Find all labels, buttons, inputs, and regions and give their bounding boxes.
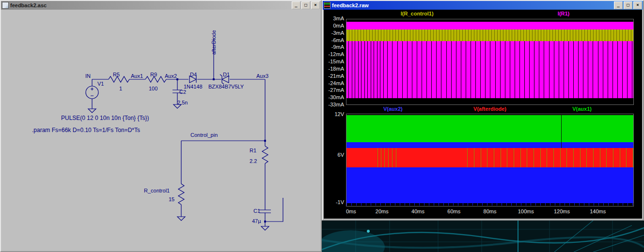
trace-dropout-line bbox=[367, 41, 368, 98]
resistor-R1[interactable] bbox=[262, 146, 268, 163]
trace-dropout-line bbox=[380, 41, 380, 98]
net-label-aux3[interactable]: Aux3 bbox=[256, 73, 268, 79]
trace-dropout-line bbox=[549, 41, 550, 98]
trace-dropout-line bbox=[412, 41, 412, 98]
component-value-c2[interactable]: 2.5n bbox=[177, 100, 188, 105]
afterdiode-dip-line bbox=[547, 148, 547, 167]
net-label-in[interactable]: IN bbox=[85, 73, 91, 79]
ground-symbols[interactable] bbox=[88, 104, 269, 230]
y-axis-tick-label: -9mA bbox=[324, 44, 344, 50]
trace-dropout-line bbox=[436, 41, 437, 98]
trace-dropout-line bbox=[539, 41, 539, 98]
schematic-titlebar[interactable]: feedback2.asc _ □ × bbox=[1, 1, 321, 10]
afterdiode-dip-line bbox=[566, 148, 567, 167]
component-label-d4[interactable]: D4 bbox=[190, 72, 197, 77]
trace-dropout-line bbox=[407, 41, 408, 98]
x-axis-tick-label: 20ms bbox=[376, 208, 389, 214]
waveform-window: feedback2.raw _ □ × I(R_control1)I(R1) V… bbox=[322, 0, 644, 221]
trace-dropout-line bbox=[573, 41, 574, 98]
trace-dropout-line bbox=[451, 41, 452, 98]
trace-label[interactable]: V(aux2) bbox=[383, 106, 403, 112]
x-axis-tick-label: 0ms bbox=[346, 208, 356, 214]
trace-dropout-line bbox=[392, 41, 393, 98]
minimize-button[interactable]: _ bbox=[292, 1, 300, 9]
trace-dropout-line bbox=[374, 41, 374, 98]
trace-dropout-line bbox=[529, 41, 530, 98]
component-value-r5[interactable]: 1 bbox=[119, 86, 122, 91]
component-label-r5[interactable]: R5 bbox=[113, 72, 120, 77]
y-axis-tick-label: 12V bbox=[324, 111, 344, 117]
x-axis-tick-label: 60ms bbox=[447, 208, 460, 214]
afterdiode-dip-line bbox=[534, 148, 534, 167]
component-label-v1[interactable]: V1 bbox=[97, 81, 104, 87]
component-value-d4[interactable]: 1N4148 bbox=[184, 84, 203, 89]
component-label-r1[interactable]: R1 bbox=[250, 148, 256, 153]
trace-dropout-line bbox=[598, 41, 598, 98]
trace-dropout-line bbox=[456, 41, 456, 98]
component-label-c1[interactable]: C1 bbox=[253, 208, 260, 214]
trace-label[interactable]: I(R_control1) bbox=[401, 11, 434, 16]
trace-dropout-line bbox=[355, 41, 355, 98]
maximize-button[interactable]: □ bbox=[301, 1, 310, 9]
close-button[interactable]: × bbox=[633, 1, 642, 9]
component-value-rcontrol1[interactable]: 15 bbox=[169, 196, 174, 202]
trace-dropout-line bbox=[515, 41, 515, 98]
trace-dropout-line bbox=[627, 41, 628, 98]
trace-dropout-line bbox=[431, 41, 432, 98]
trace-dropout-line bbox=[588, 41, 588, 98]
waveform-titlebar[interactable]: feedback2.raw _ □ × bbox=[323, 1, 643, 10]
component-label-r9[interactable]: R9 bbox=[150, 72, 157, 77]
waveform-app-icon bbox=[324, 2, 330, 9]
resistor-R_control1[interactable] bbox=[178, 184, 184, 205]
net-label-aux1[interactable]: Aux1 bbox=[131, 73, 143, 79]
cursor-line[interactable] bbox=[561, 115, 562, 148]
trace-dropout-line bbox=[564, 41, 564, 98]
component-label-d1[interactable]: D1 bbox=[223, 72, 230, 77]
component-label-c2[interactable]: C2 bbox=[179, 89, 186, 95]
net-label-aux2[interactable]: Aux2 bbox=[165, 73, 177, 79]
trace-label[interactable]: V(afterdiode) bbox=[473, 106, 506, 112]
trace-label[interactable]: V(aux1) bbox=[572, 106, 592, 112]
component-value-d1[interactable]: BZX84B7V5LY bbox=[208, 84, 244, 89]
component-value-r9[interactable]: 100 bbox=[149, 86, 157, 91]
trace-dropout-line bbox=[519, 41, 520, 98]
trace-dropout-line bbox=[348, 41, 349, 98]
trace-label[interactable]: I(R1) bbox=[558, 11, 569, 16]
afterdiode-dip-line bbox=[501, 148, 501, 167]
capacitor-C1[interactable] bbox=[259, 210, 271, 213]
trace-dropout-line bbox=[352, 41, 352, 98]
trace-dropout-line bbox=[490, 41, 490, 98]
x-axis-tick-label: 40ms bbox=[411, 208, 424, 214]
y-axis-tick-label: -6mA bbox=[324, 37, 344, 43]
directive-pulse[interactable]: PULSE(0 12 0 10n 10n {Ton} {Ts}) bbox=[61, 115, 149, 121]
trace-dropout-line bbox=[471, 41, 471, 98]
net-label-control-pin[interactable]: Control_pin bbox=[190, 132, 218, 138]
net-label-afterdiode[interactable]: afterDiode bbox=[211, 30, 217, 55]
voltage-source-V1[interactable] bbox=[86, 86, 98, 99]
maximize-button[interactable]: □ bbox=[624, 1, 632, 9]
directive-param[interactable]: .param Fs=66k D=0.10 Ts=1/Fs Ton=D*Ts bbox=[32, 127, 140, 133]
trace-dropout-line bbox=[426, 41, 427, 98]
component-value-r1[interactable]: 2.2 bbox=[250, 158, 257, 164]
trace-dropout-line bbox=[422, 41, 422, 98]
afterdiode-dip-line bbox=[600, 148, 600, 167]
schematic-window: feedback2.asc _ □ × bbox=[0, 0, 322, 252]
trace-dropout-line bbox=[485, 41, 486, 98]
top-plot-pane[interactable] bbox=[346, 19, 634, 105]
afterdiode-dip-line bbox=[514, 148, 514, 167]
component-label-rcontrol1[interactable]: R_control1 bbox=[144, 188, 170, 193]
bottom-plot-pane[interactable] bbox=[346, 114, 634, 207]
x-axis-tick-label: 80ms bbox=[484, 208, 497, 214]
afterdiode-dip-line bbox=[527, 148, 527, 167]
minimize-button[interactable]: _ bbox=[614, 1, 623, 9]
y-axis-tick-label: -27mA bbox=[324, 87, 344, 93]
wallpaper-art bbox=[322, 221, 644, 252]
y-axis-tick-label: -12mA bbox=[324, 51, 344, 57]
afterdiode-dip-line bbox=[633, 148, 633, 167]
trace-dropout-line bbox=[387, 41, 388, 98]
schematic-canvas[interactable]: IN V1 R5 1 Aux1 R9 100 Aux2 C2 2.5n D4 1… bbox=[2, 10, 320, 250]
component-value-c1[interactable]: 47µ bbox=[252, 218, 261, 224]
close-button[interactable]: × bbox=[311, 1, 320, 9]
afterdiode-dip-line bbox=[540, 148, 541, 167]
trace-dropout-line bbox=[441, 41, 441, 98]
